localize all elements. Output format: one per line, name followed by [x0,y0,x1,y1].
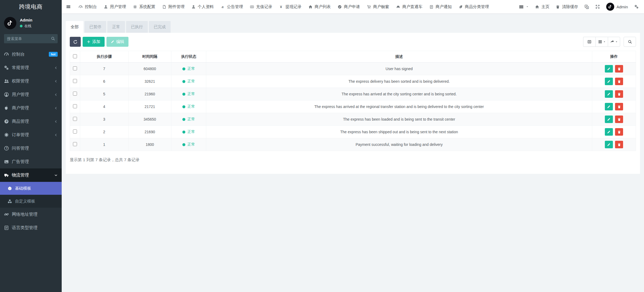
chevron-left-icon [54,66,58,70]
status-tab[interactable]: 已完成 [149,21,171,33]
edit-label: 编辑 [116,39,124,44]
search-toggle-button[interactable] [624,37,636,47]
sidebar-item-logistics[interactable]: 物流管理 [0,168,62,182]
column-header-interval: 时间间隔 [128,51,171,63]
row-edit-button[interactable] [605,141,613,148]
fullscreen-button[interactable] [592,0,603,13]
navbar-item[interactable]: 提现记录 [276,0,305,13]
caret-down-icon [526,5,529,8]
navbar-item[interactable]: 商户申请 [334,0,363,13]
home-button[interactable]: 主页 [532,0,553,13]
edit-button-disabled[interactable]: 编辑 [106,37,128,47]
table-row: 6 32621 正常 The express delivery has been… [70,75,636,88]
row-checkbox[interactable] [73,104,77,108]
row-checkbox[interactable] [73,142,77,146]
sidebar-item-qa[interactable]: 问答管理 [0,142,62,155]
trash-icon [617,80,621,83]
navbar-item[interactable]: 公告管理 [217,0,246,13]
navbar-item[interactable]: 商户列表 [305,0,334,13]
user-icon [192,5,196,9]
sidebar-item-orders[interactable]: 订单管理 [0,128,62,142]
row-delete-button[interactable] [615,141,623,148]
sidebar-item-language-type[interactable]: 语言类型管理 [0,221,62,235]
navbar-item[interactable]: 用户管理 [100,0,130,13]
sidebar-item-network-address[interactable]: 网络地址管理 [0,208,62,221]
row-checkbox[interactable] [73,129,77,134]
cell-step: 4 [80,100,128,113]
row-delete-button[interactable] [615,103,623,110]
row-checkbox[interactable] [73,92,77,96]
sidebar-item-dashboard[interactable]: 控制台 hot [0,48,62,61]
export-button[interactable] [608,37,620,47]
row-delete-button[interactable] [615,116,623,123]
sidebar-item-label: 订单管理 [12,132,29,138]
chevron-left-icon [54,106,58,110]
user-menu[interactable]: Admin [603,0,631,13]
pencil-icon [607,105,610,109]
table-body: 7 604800 正常 User has signed [70,63,636,151]
navbar-item[interactable]: 个人资料 [188,0,217,13]
sidebar-item-merchants[interactable]: 商户管理 [0,101,62,115]
row-edit-button[interactable] [605,116,613,123]
sidebar-toggle-button[interactable] [62,0,75,13]
sidebar-item-users[interactable]: 用户管理 [0,88,62,101]
status-badge: 正常 [182,79,195,84]
row-edit-button[interactable] [605,103,613,110]
menu-search-input[interactable] [4,34,58,43]
coin-icon [250,5,254,9]
cell-actions [592,113,636,126]
row-checkbox[interactable] [73,66,77,70]
row-checkbox[interactable] [73,117,77,121]
navbar-item[interactable]: 充值记录 [246,0,276,13]
refresh-button[interactable] [70,37,81,47]
table-row: 4 21721 正常 The express has arrived at th… [70,100,636,113]
sidebar-item-ads[interactable]: 广告管理 [0,155,62,168]
row-delete-button[interactable] [615,65,623,73]
cell-status: 正常 [171,126,206,138]
navbar-item[interactable]: 系统配置 [130,0,159,13]
sidebar-item-products[interactable]: 商品管理 [0,115,62,128]
cell-status: 正常 [171,88,206,100]
settings-button[interactable] [631,0,642,13]
status-label: 正常 [187,104,195,109]
sidebar-item-custom-template[interactable]: 自定义模板 [0,195,62,208]
status-tab[interactable]: 已执行 [126,21,148,33]
status-tab[interactable]: 全部 [66,21,83,33]
image-icon [4,159,9,164]
navbar-item[interactable]: 商户通知 [426,0,455,13]
row-edit-button[interactable] [605,65,613,73]
trash-icon [617,67,621,71]
columns-button[interactable] [595,37,608,47]
status-tab[interactable]: 已暂停 [84,21,106,33]
add-button[interactable]: 添加 [83,37,105,47]
bars-icon [519,4,524,9]
select-all-header [70,51,80,63]
sidebar-item-label: 商户管理 [12,105,29,111]
sidebar-item-permissions[interactable]: 权限管理 [0,74,62,88]
gauge-icon [79,5,83,9]
row-edit-button[interactable] [605,78,613,85]
navbar-item[interactable]: 商户直通车 [393,0,426,13]
table-row: 7 604800 正常 User has signed [70,63,636,75]
navbar-item[interactable]: 附件管理 [159,0,188,13]
music-note-icon [608,5,612,9]
menu-dropdown-button[interactable] [516,0,532,13]
row-delete-button[interactable] [615,78,623,85]
sidebar-item-basic-template[interactable]: 基础模板 [0,182,62,195]
row-checkbox[interactable] [73,79,77,83]
row-edit-button[interactable] [605,128,613,136]
navbar-item[interactable]: 商户橱窗 [363,0,393,13]
clear-cache-button[interactable]: 清除缓存 [553,0,581,13]
row-edit-button[interactable] [605,90,613,98]
navbar-item[interactable]: 控制台 [75,0,100,13]
select-all-checkbox[interactable] [73,54,77,58]
row-delete-button[interactable] [615,90,623,98]
cell-interval: 32621 [128,75,171,88]
sidebar-item-general[interactable]: 常规管理 [0,61,62,74]
status-tab[interactable]: 正常 [107,21,125,33]
navbar-item[interactable]: 商品分类管理 [455,0,492,13]
row-delete-button[interactable] [615,128,623,136]
detail-view-button[interactable] [583,37,595,47]
navbar-item-label: 商户橱窗 [373,4,389,9]
translate-button[interactable] [581,0,592,13]
